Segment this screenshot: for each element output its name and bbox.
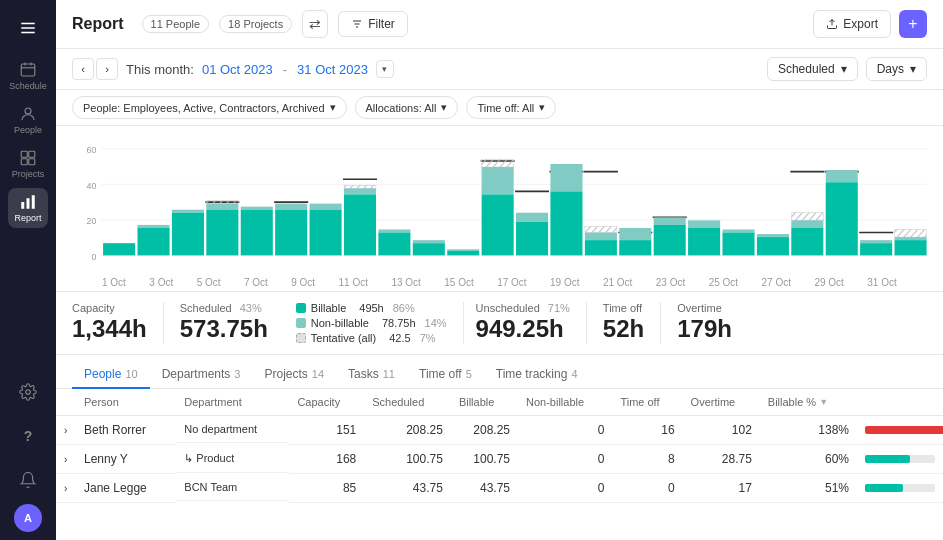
timeoff-filter[interactable]: Time off: All ▾ (466, 96, 556, 119)
svg-rect-31 (138, 228, 170, 255)
sidebar-item-schedule[interactable]: Schedule (8, 56, 48, 96)
billable-pct-val: 60% (760, 445, 857, 474)
sidebar-menu-icon[interactable] (8, 8, 48, 48)
col-non-billable: Non-billable (518, 389, 612, 416)
allocations-filter-label: Allocations: All (366, 102, 437, 114)
stats-row: Capacity 1,344h Scheduled 43% 573.75h Bi… (56, 291, 943, 355)
sidebar: Schedule People Projects Report ? A (0, 0, 56, 540)
svg-rect-54 (447, 251, 479, 256)
scheduled-pct: 43% (240, 302, 262, 314)
svg-rect-51 (413, 240, 445, 243)
tentative-label: Tentative (all) (311, 332, 376, 344)
export-button[interactable]: Export (813, 10, 891, 38)
sidebar-item-people-label: People (14, 125, 42, 135)
capacity-stat: Capacity 1,344h (72, 302, 164, 344)
user-avatar[interactable]: A (14, 504, 42, 532)
svg-text:20: 20 (87, 216, 97, 227)
svg-rect-93 (895, 240, 927, 255)
chart-area: 60 40 20 0 1 Oct3 Oct5 Oct7 Oct9 Oct11 O… (56, 126, 943, 291)
svg-rect-63 (550, 164, 582, 191)
overtime-val: 28.75 (683, 445, 760, 474)
unscheduled-value: 949.25h (476, 316, 570, 342)
filter-button[interactable]: Filter (338, 11, 408, 37)
tab-time-off[interactable]: Time off 5 (407, 361, 484, 389)
svg-rect-38 (241, 207, 273, 210)
tab-projects[interactable]: Projects 14 (252, 361, 336, 389)
person-name: Lenny Y (76, 445, 176, 474)
tab-tasks[interactable]: Tasks 11 (336, 361, 407, 389)
unscheduled-stat: Unscheduled 71% 949.25h (476, 302, 587, 344)
col-billable-pct: Billable %▼ (760, 389, 857, 416)
sidebar-item-report[interactable]: Report (8, 188, 48, 228)
date-dropdown[interactable]: ▾ (376, 60, 394, 78)
x-label: 31 Oct (867, 277, 896, 288)
projects-badge: 18 Projects (219, 15, 292, 33)
svg-rect-52 (413, 243, 445, 255)
svg-text:40: 40 (87, 180, 97, 191)
svg-rect-3 (21, 64, 35, 76)
tab-count: 11 (383, 368, 395, 380)
end-date[interactable]: 31 Oct 2023 (297, 62, 368, 77)
tentative-pct: 7% (420, 332, 436, 344)
department: ↳ Product (176, 445, 289, 473)
scheduled-label: Scheduled (778, 62, 835, 76)
sidebar-item-people[interactable]: People (8, 100, 48, 140)
capacity-val: 151 (289, 416, 364, 445)
capacity-value: 1,344h (72, 316, 147, 342)
row-expand[interactable]: › (56, 474, 76, 503)
svg-rect-82 (791, 213, 823, 221)
sidebar-item-projects[interactable]: Projects (8, 144, 48, 184)
prev-button[interactable]: ‹ (72, 58, 94, 80)
svg-rect-64 (550, 191, 582, 255)
svg-rect-1 (21, 27, 35, 29)
page-title: Report (72, 15, 124, 33)
allocations-filter[interactable]: Allocations: All ▾ (355, 96, 459, 119)
svg-rect-78 (722, 233, 754, 256)
x-label: 27 Oct (762, 277, 791, 288)
x-label: 15 Oct (444, 277, 473, 288)
row-expand[interactable]: › (56, 416, 76, 445)
header-actions: Export + (813, 10, 927, 38)
non-billable-pct: 14% (425, 317, 447, 329)
start-date[interactable]: 01 Oct 2023 (202, 62, 273, 77)
add-button[interactable]: + (899, 10, 927, 38)
next-button[interactable]: › (96, 58, 118, 80)
svg-rect-12 (21, 202, 24, 209)
sidebar-settings-icon[interactable] (8, 372, 48, 412)
tab-time-tracking[interactable]: Time tracking 4 (484, 361, 590, 389)
svg-rect-46 (344, 185, 376, 188)
non-billable-color (296, 318, 306, 328)
tab-count: 3 (234, 368, 240, 380)
bar-cell (857, 416, 943, 445)
svg-rect-86 (826, 170, 858, 182)
svg-rect-83 (791, 220, 823, 228)
header: Report 11 People 18 Projects ⇄ Filter Ex… (56, 0, 943, 49)
scheduled-select[interactable]: Scheduled ▾ (767, 57, 858, 81)
tab-people[interactable]: People 10 (72, 361, 150, 389)
x-label: 1 Oct (102, 277, 126, 288)
days-chevron: ▾ (910, 62, 916, 76)
x-label: 17 Oct (497, 277, 526, 288)
col-bar (857, 389, 943, 416)
sidebar-bell-icon[interactable] (8, 460, 48, 500)
allocations-filter-chevron: ▾ (441, 101, 447, 114)
tab-departments[interactable]: Departments 3 (150, 361, 253, 389)
svg-point-7 (25, 108, 31, 114)
x-label: 19 Oct (550, 277, 579, 288)
timeoff-filter-chevron: ▾ (539, 101, 545, 114)
sync-button[interactable]: ⇄ (302, 10, 328, 38)
svg-rect-42 (275, 210, 307, 256)
x-label: 23 Oct (656, 277, 685, 288)
svg-rect-84 (791, 228, 823, 255)
svg-rect-58 (482, 194, 514, 255)
billable-val: 43.75 (451, 474, 518, 503)
overtime-value: 179h (677, 316, 732, 342)
filter-label: Filter (368, 17, 395, 31)
unscheduled-label: Unscheduled (476, 302, 540, 314)
sidebar-item-schedule-label: Schedule (9, 81, 47, 91)
days-select[interactable]: Days ▾ (866, 57, 927, 81)
bar-cell (857, 445, 943, 474)
people-filter[interactable]: People: Employees, Active, Contractors, … (72, 96, 347, 119)
sidebar-help-icon[interactable]: ? (8, 416, 48, 456)
row-expand[interactable]: › (56, 445, 76, 474)
